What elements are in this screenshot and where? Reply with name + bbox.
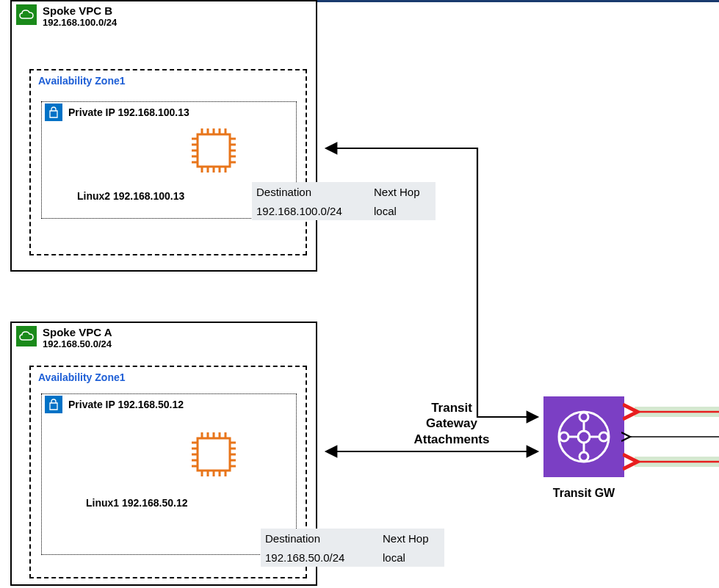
- route-header-dest: Destination: [261, 531, 378, 546]
- vpc-a-title: Spoke VPC A: [43, 326, 112, 338]
- decor-band: [635, 407, 719, 417]
- tgw-attachments-label: Transit Gateway Attachments: [397, 400, 507, 447]
- cloud-icon: [16, 326, 37, 346]
- vpc-a-header: Spoke VPC A 192.168.50.0/24: [12, 323, 316, 352]
- lock-icon: [45, 396, 62, 413]
- vpc-b-route-table: Destination Next Hop 192.168.100.0/24 lo…: [252, 182, 436, 220]
- cloud-icon: [16, 4, 37, 25]
- vpc-b-title: Spoke VPC B: [43, 4, 117, 17]
- vpc-a-cidr: 192.168.50.0/24: [43, 338, 112, 349]
- vpc-a-subnet-label: Private IP 192.168.50.12: [68, 399, 184, 410]
- route-header-dest: Destination: [252, 184, 369, 200]
- svg-point-47: [599, 432, 608, 441]
- right-arrow-black-mid: [626, 430, 719, 443]
- route-nexthop: local: [369, 203, 436, 219]
- decor-band: [635, 457, 719, 467]
- svg-point-46: [560, 432, 568, 441]
- transit-gateway-icon: [543, 396, 624, 477]
- svg-point-45: [579, 452, 588, 461]
- svg-point-43: [578, 431, 590, 443]
- spoke-vpc-b: Spoke VPC B 192.168.100.0/24 Availabilit…: [10, 0, 317, 272]
- vpc-b-az-label: Availability Zone1: [31, 70, 306, 91]
- vpc-a-instance-label: Linux1 192.168.50.12: [86, 497, 188, 509]
- svg-rect-0: [198, 134, 230, 167]
- vpc-b-cidr: 192.168.100.0/24: [43, 17, 117, 28]
- vpc-b-subnet-header: Private IP 192.168.100.13: [42, 102, 296, 123]
- vpc-b-az: Availability Zone1 Private IP 192.168.10…: [29, 69, 307, 255]
- route-dest: 192.168.100.0/24: [252, 203, 369, 219]
- route-header-nexthop: Next Hop: [378, 531, 444, 546]
- transit-gw-label: Transit GW: [543, 487, 624, 500]
- cpu-icon: [189, 429, 239, 479]
- top-border: [312, 0, 719, 2]
- vpc-a-subnet: Private IP 192.168.50.12 Linux1 192.168.…: [41, 393, 297, 555]
- cpu-icon: [189, 126, 239, 175]
- vpc-a-az-label: Availability Zone1: [31, 367, 306, 388]
- vpc-a-route-table: Destination Next Hop 192.168.50.0/24 loc…: [261, 529, 444, 567]
- svg-rect-21: [198, 438, 230, 471]
- route-nexthop: local: [378, 550, 444, 565]
- vpc-a-subnet-header: Private IP 192.168.50.12: [42, 394, 296, 415]
- route-dest: 192.168.50.0/24: [261, 550, 378, 565]
- lock-icon: [45, 104, 62, 121]
- vpc-b-subnet-label: Private IP 192.168.100.13: [68, 106, 189, 118]
- vpc-b-header: Spoke VPC B 192.168.100.0/24: [12, 1, 316, 31]
- route-header-nexthop: Next Hop: [369, 184, 436, 200]
- svg-point-44: [579, 413, 588, 421]
- svg-point-42: [559, 412, 609, 462]
- vpc-b-instance-label: Linux2 192.168.100.13: [77, 190, 184, 202]
